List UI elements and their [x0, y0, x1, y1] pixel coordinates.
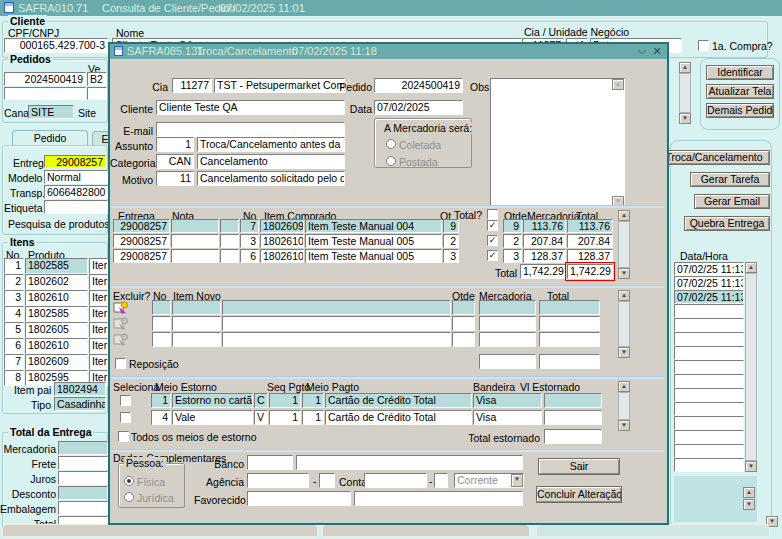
scrollbar-track[interactable]	[618, 301, 630, 347]
etiqueta-field[interactable]	[44, 200, 108, 214]
estorno-vl-cell[interactable]	[544, 410, 602, 425]
item-extra-cell[interactable]: Iter	[89, 322, 108, 338]
scroll-up-arrow[interactable]: ▲	[618, 210, 630, 221]
dlg-cia-nome-field[interactable]: TST - Petsupermarket Com Prod para Anima	[214, 78, 345, 93]
data-hora-cell[interactable]: 07/02/25 11:13	[674, 290, 744, 304]
cpf-field[interactable]: 000165.429.700-3	[4, 38, 108, 53]
data-hora-cell[interactable]	[674, 402, 744, 416]
postada-radio[interactable]	[386, 156, 396, 166]
data-hora-cell[interactable]	[674, 430, 744, 444]
estorno-pagto-cell[interactable]: Cartão de Crédito Total	[325, 410, 472, 425]
reposicao-checkbox[interactable]	[115, 358, 126, 369]
estorno-letra-cell[interactable]: V	[254, 410, 268, 425]
grid-qt-cell[interactable]: 3	[443, 249, 459, 263]
grid-entrega-cell[interactable]: 29008257	[113, 234, 170, 248]
grid-nome-cell[interactable]: Item Teste Manual 005	[305, 249, 442, 263]
favorecido-field[interactable]	[247, 491, 351, 506]
data-hora-cell[interactable]	[674, 360, 744, 374]
gerar-tarefa-button[interactable]: Gerar Tarefa	[690, 172, 770, 187]
excluir-total-cell[interactable]	[539, 300, 600, 315]
pesquisa-produtos-link[interactable]: Pesquisa de produtos	[8, 218, 110, 230]
bottom-panel[interactable]	[2, 524, 318, 537]
bottom-panel[interactable]	[322, 524, 530, 537]
estorno-seq-cell[interactable]: 1	[269, 393, 301, 408]
scrollbar-track[interactable]	[745, 273, 757, 461]
chevron-down-icon[interactable]: ▼	[511, 474, 523, 487]
excluir-item-cell[interactable]	[222, 300, 451, 315]
modelo-field[interactable]: Normal	[44, 170, 108, 184]
dlg-email-field[interactable]	[156, 122, 345, 137]
grid-no-cell[interactable]: 6	[240, 249, 259, 263]
scroll-down-arrow[interactable]: ▼	[618, 347, 630, 358]
excluir-item-cell[interactable]	[222, 316, 451, 331]
data-hora-cell[interactable]	[674, 332, 744, 346]
estorno-letra-cell[interactable]: C	[254, 393, 268, 408]
item-extra-cell[interactable]: Iter	[89, 354, 108, 370]
scroll-up-arrow[interactable]: ▲	[612, 79, 624, 90]
data-hora-cell[interactable]	[674, 444, 744, 458]
fisica-radio[interactable]	[124, 476, 134, 486]
grid-nota-cell[interactable]	[171, 249, 219, 263]
scrollbar-track[interactable]	[679, 73, 691, 113]
data-hora-cell[interactable]: 07/02/25 11:13	[674, 262, 744, 276]
total-all-checkbox[interactable]	[487, 209, 498, 220]
item-produto-cell[interactable]: 1802585	[25, 306, 88, 322]
conta-digito-field[interactable]	[434, 473, 448, 488]
grid-qt-cell[interactable]: 9	[443, 219, 459, 233]
dlg-obs-textarea[interactable]: ▲ ▼	[490, 78, 625, 208]
grid-qtde-cell[interactable]: 3	[503, 249, 522, 263]
excluir-no-cell[interactable]	[152, 316, 171, 331]
desconto-field[interactable]	[58, 486, 108, 500]
restore-icon[interactable]: ⌵	[636, 44, 648, 57]
item-no-cell[interactable]: 5	[4, 322, 24, 338]
item-produto-cell[interactable]: 1802602	[25, 274, 88, 290]
grid-entrega-cell[interactable]: 29008257	[113, 219, 170, 233]
estorno-pagto-cod-cell[interactable]: 1	[302, 393, 324, 408]
data-hora-cell[interactable]: 07/02/25 11:13	[674, 276, 744, 290]
grid-codigo-cell[interactable]: 1802609	[260, 219, 304, 233]
grid-mercadoria-cell[interactable]: 113.76	[523, 219, 566, 233]
grid-codigo-cell[interactable]: 1802610	[260, 249, 304, 263]
item-extra-cell[interactable]: Iter	[89, 306, 108, 322]
dlg-cliente-field[interactable]: Cliente Teste QA	[156, 100, 345, 115]
excluir-mercadoria-cell[interactable]	[479, 332, 536, 347]
grid-nome-cell[interactable]: Item Teste Manual 005	[305, 234, 442, 248]
gerar-email-button[interactable]: Gerar Email	[694, 194, 770, 209]
scroll-down-arrow[interactable]: ▼	[618, 268, 630, 279]
grid-cell[interactable]	[220, 234, 239, 248]
item-no-cell[interactable]: 2	[4, 274, 24, 290]
frete-field[interactable]	[58, 456, 108, 470]
todos-meios-checkbox[interactable]	[118, 431, 129, 442]
scroll-down-arrow[interactable]: ▼	[618, 420, 630, 431]
tipo-field[interactable]: Casadinha	[54, 397, 106, 411]
item-produto-cell[interactable]: 1802610	[25, 290, 88, 306]
estorno-vl-cell[interactable]	[544, 393, 602, 408]
dlg-motivo-desc-field[interactable]: Cancelamento solicitado pelo cliente	[197, 171, 345, 186]
concluir-alteracao-button[interactable]: Concluir Alteração	[536, 486, 622, 503]
data-hora-cell[interactable]	[674, 304, 744, 318]
dlg-data-field[interactable]: 07/02/2025	[374, 100, 463, 115]
grid-mercadoria-cell[interactable]: 128.37	[523, 249, 566, 263]
juros-field[interactable]	[58, 471, 108, 485]
sair-button[interactable]: Sair	[538, 458, 620, 475]
estorno-seleciona-checkbox[interactable]	[120, 395, 131, 406]
data-hora-cell[interactable]	[674, 346, 744, 360]
item-produto-cell[interactable]: 1802609	[25, 354, 88, 370]
excluir-total-cell[interactable]	[539, 316, 600, 331]
item-pai-field[interactable]: 1802494	[54, 382, 106, 396]
demais-pedidos-button[interactable]: Demais Pedidos	[706, 103, 774, 118]
quebra-entrega-button[interactable]: Quebra Entrega	[684, 216, 770, 231]
estorno-pagto-cod-cell[interactable]: 1	[302, 410, 324, 425]
grid-total-checkbox[interactable]: ✓	[487, 250, 498, 261]
excluir-cell[interactable]	[172, 316, 221, 331]
estorno-pagto-cell[interactable]: Cartão de Crédito Total	[325, 393, 472, 408]
excluir-cell[interactable]	[172, 332, 221, 347]
grid-qt-cell[interactable]: 2	[443, 234, 459, 248]
item-no-cell[interactable]: 7	[4, 354, 24, 370]
grid-cell[interactable]	[220, 219, 239, 233]
excluir-no-cell[interactable]	[152, 300, 171, 315]
embalagem-field[interactable]	[58, 501, 108, 515]
conta-field[interactable]	[364, 473, 427, 488]
dlg-assunto-desc-field[interactable]: Troca/Cancelamento antes da NF	[197, 137, 345, 152]
excluir-qtde-cell[interactable]	[452, 300, 475, 315]
